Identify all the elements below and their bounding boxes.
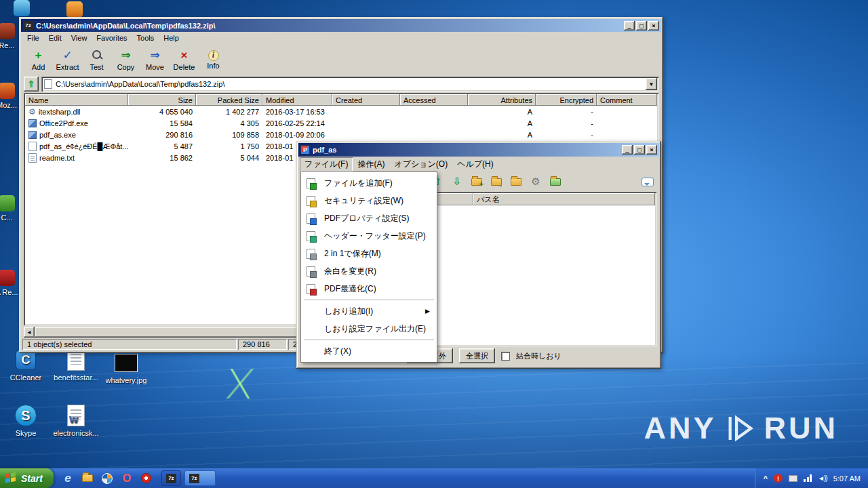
menu-item-exit[interactable]: 終了(X) [302,342,435,360]
column-packed-size[interactable]: Packed Size [196,94,262,106]
extract-button[interactable]: ✓ Extract [53,45,82,74]
taskbar-button-active-window[interactable]: 7z [184,470,216,486]
menu-item-change-margin[interactable]: 余白を変更(R) [302,262,435,280]
menu-favorites[interactable]: Favorites [92,33,132,43]
add-icon: + [35,49,42,62]
move-down-icon[interactable]: ⇩ [450,174,465,189]
menu-help[interactable]: Help [159,33,184,43]
menu-item-2in1-save[interactable]: 2 in 1で保存(M) [302,245,435,262]
maximize-button[interactable]: □ [636,21,647,30]
column-accessed[interactable]: Accessed [400,94,468,106]
column-path-name[interactable]: パス名 [473,193,655,205]
start-button[interactable]: Start [0,468,54,488]
internet-explorer-icon[interactable]: e [61,472,75,485]
menu-help-jp[interactable]: ヘルプ(H) [452,157,498,171]
menu-file[interactable]: File [22,33,44,43]
settings-gear-icon[interactable]: ⚙ [528,174,543,189]
folder-icon[interactable] [509,174,524,189]
explorer-folder-icon[interactable] [81,472,94,485]
menu-item-header-footer[interactable]: ヘッダー・フッター設定(P) [302,227,435,245]
menu-item-add-file[interactable]: ファイルを追加(F) [302,174,435,192]
menu-edit[interactable]: Edit [44,33,66,43]
up-folder-button[interactable]: ⇑ [24,77,39,92]
menu-options[interactable]: オプション(O) [389,157,452,171]
address-dropdown-button[interactable]: ▼ [646,78,657,90]
merge-bookmark-label: 結合時しおり [516,351,561,361]
desktop-sparkle [225,369,255,399]
desktop-icon-label: whatvery.jpg [106,376,147,384]
column-encrypted[interactable]: Encrypted [536,94,597,106]
column-created[interactable]: Created [332,94,400,106]
table-row[interactable]: pdf_as.exe 290 816 109 858 2018-01-09 20… [25,129,657,140]
menu-item-bookmark-export[interactable]: しおり設定ファイル出力(E) [302,320,435,338]
menu-item-security-settings[interactable]: セキュリティ設定(W) [302,192,435,209]
menu-file-jp[interactable]: ファイル(F) [300,157,353,171]
column-name[interactable]: Name [25,94,128,106]
dll-file-icon: ⚙ [28,108,36,116]
merge-bookmark-checkbox[interactable] [501,352,510,361]
desktop-icon-whatvery[interactable]: whatvery.jpg [102,351,151,384]
desktop-icon-skype[interactable]: S Skype [1,404,50,437]
file-menu-dropdown: ファイルを追加(F) セキュリティ設定(W) PDFプロパティ設定(S) ヘッダ… [300,171,437,363]
column-attributes[interactable]: Attributes [468,94,536,106]
menu-item-add-bookmark[interactable]: しおり追加(I) ▶ [302,302,435,320]
close-button[interactable]: × [648,21,659,30]
desktop-icon-partial-top-2[interactable] [58,1,91,18]
maximize-button[interactable]: □ [634,145,645,155]
add-button[interactable]: + Add [24,45,53,74]
desktop-icon-electronicsk[interactable]: electronicsk... [52,404,100,437]
delete-button[interactable]: × Delete [170,45,199,74]
add-file-icon [307,178,315,188]
menu-operation[interactable]: 操作(A) [353,157,389,171]
desktop-icon-partial-top-1[interactable] [5,0,38,16]
browser-icon[interactable] [140,472,153,485]
table-row[interactable]: Office2Pdf.exe 15 584 4 305 2016-02-25 2… [25,117,657,129]
close-button[interactable]: × [646,145,657,155]
taskbar-button-7zip[interactable]: 7z [161,470,181,486]
sevenzip-window-icon: 7z [23,21,33,30]
column-modified[interactable]: Modified [262,94,332,106]
skype-icon: S [15,405,37,426]
optimize-icon [307,284,315,294]
export-folder-icon[interactable] [489,174,504,189]
menu-tools[interactable]: Tools [132,33,159,43]
move-icon: ⇒ [150,49,159,62]
app-icon [0,195,15,211]
column-size[interactable]: Size [128,94,196,106]
volume-tray-icon[interactable]: ◄)) [818,474,827,482]
minimize-button[interactable]: _ [622,145,633,155]
move-button[interactable]: ⇒ Move [140,45,170,74]
alert-tray-icon[interactable]: ! [774,474,783,483]
image-thumbnail-icon [115,354,138,372]
exe-file-icon [28,119,37,127]
desktop-icon-ccleaner[interactable]: C CCleaner [1,348,50,382]
desktop-icon-label: electronicsk... [53,429,98,437]
show-hidden-icons-chevron[interactable]: ^ [764,474,768,483]
open-green-folder-icon[interactable] [548,174,563,189]
printer-tray-icon[interactable] [789,475,797,482]
system-tray: ^ ! ◄)) 5:07 AM [755,468,868,488]
opera-icon[interactable]: O [120,472,134,485]
pdf-properties-icon [307,214,315,224]
taskbar: Start e O 7z 7z ^ ! ◄)) 5:07 AM [0,468,868,488]
media-player-icon[interactable] [100,472,114,485]
add-folder-icon[interactable] [469,174,484,189]
copy-icon: ⇒ [121,49,130,62]
menu-item-pdf-optimize[interactable]: PDF最適化(C) [302,280,435,298]
menu-item-pdf-properties[interactable]: PDFプロパティ設定(S) [302,209,435,227]
info-button[interactable]: i Info [199,45,228,74]
minimize-button[interactable]: _ [624,21,635,30]
desktop-icon-benefitsstar[interactable]: benefitsstar... [52,348,100,382]
column-comment[interactable]: Comment [597,94,657,106]
address-combobox[interactable]: C:\Users\admin\AppData\Local\Temp\pdfas1… [41,77,658,92]
select-all-button[interactable]: 全選択 [459,348,495,363]
copy-button[interactable]: ⇒ Copy [111,45,140,74]
sevenzip-titlebar[interactable]: 7z C:\Users\admin\AppData\Local\Temp\pdf… [21,19,661,32]
help-bubble-icon[interactable] [642,178,654,186]
pdfas-titlebar[interactable]: P pdf_as _ □ × [298,143,659,157]
network-tray-icon[interactable] [804,474,812,482]
test-button[interactable]: Test [82,45,111,74]
table-row[interactable]: ⚙itextsharp.dll 4 055 040 1 402 277 2016… [25,106,657,117]
scroll-left-button[interactable]: ◄ [24,327,35,338]
menu-view[interactable]: View [66,33,92,43]
